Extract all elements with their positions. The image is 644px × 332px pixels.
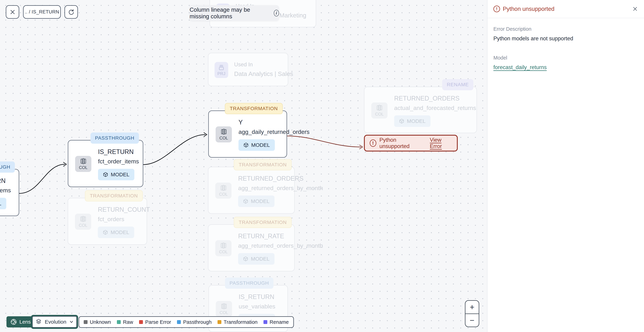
warning-circle-icon: ! <box>370 139 376 147</box>
panel-close-button[interactable] <box>632 6 638 12</box>
node-title: RETURN_RATE <box>238 233 284 240</box>
node-subtitle: fct_order_items <box>98 158 139 165</box>
project-icon: PRJ <box>214 62 228 78</box>
columns-icon: COL <box>75 214 91 230</box>
legend-item-parse-error: Parse Error <box>139 319 171 325</box>
passthrough-badge: PASSTHROUGH <box>225 278 274 289</box>
panel-header: ! Python unsupported <box>488 0 644 18</box>
zoom-in-button[interactable]: + <box>466 301 479 314</box>
legend-swatch <box>84 320 88 324</box>
error-chip-label: Python unsupported <box>380 137 422 149</box>
legend-item-unknown: Unknown <box>84 319 111 325</box>
model-chip: MODEL <box>238 196 274 207</box>
legend-swatch <box>177 320 181 324</box>
node-title: RETURNED_ORDERS <box>238 175 304 182</box>
layers-icon <box>35 319 42 325</box>
close-icon <box>632 6 638 12</box>
model-cube-icon <box>243 199 248 204</box>
columns-icon: COL <box>215 183 232 199</box>
close-icon <box>10 9 16 15</box>
node-subtitle: agg_returned_orders_by_month <box>238 242 323 249</box>
model-cube-icon <box>243 256 248 262</box>
transformation-badge: TRANSFORMATION <box>225 103 283 114</box>
model-chip: MODEL <box>98 169 134 180</box>
node-title: Used In <box>234 61 253 68</box>
node-subtitle: agg_daily_returned_orders <box>238 128 310 135</box>
model-chip: MODEL <box>0 198 6 209</box>
model-chip: MODEL <box>238 253 274 265</box>
lens-legend: Unknown Raw Parse Error Passthrough Tran… <box>78 316 294 328</box>
banner-text: Column lineage may be missing columns <box>190 6 271 20</box>
node-title: IS_RETURN <box>98 148 134 156</box>
legend-item-rename: Rename <box>264 319 289 325</box>
model-link[interactable]: forecast_daily_returns <box>494 64 547 70</box>
model-label: Model <box>494 55 638 61</box>
node-subtitle: Data Analytics | Sales <box>234 70 293 77</box>
node-subtitle: use_variables <box>239 303 275 310</box>
error-description-label: Error Description <box>494 26 638 32</box>
lineage-canvas[interactable]: PASSTHROUGH COL IS_RETURN fct_order_item… <box>0 0 487 332</box>
transformation-badge: TRANSFORMATION <box>234 159 292 170</box>
lens-dropdown-evolution[interactable]: Evolution <box>32 316 77 328</box>
columns-icon: COL <box>371 102 388 118</box>
node-title: RETURN_COUNT <box>98 206 150 213</box>
lineage-node-returned-orders-by-month[interactable]: TRANSFORMATION COL RETURNED_ORDERS agg_r… <box>208 167 295 214</box>
node-subtitle: fct_order_items <box>0 187 11 194</box>
missing-columns-banner: Column lineage may be missing columns i <box>190 5 279 21</box>
columns-icon: COL <box>216 126 232 142</box>
node-title: IS_RETURN <box>0 177 6 185</box>
refresh-icon <box>68 8 75 15</box>
refresh-button[interactable] <box>64 5 78 19</box>
lens-selector-ring: Evolution <box>31 315 78 329</box>
node-title: Y <box>238 119 243 126</box>
legend-swatch <box>139 320 143 324</box>
lineage-node-is-return-upstream[interactable]: PASSTHROUGH COL IS_RETURN fct_order_item… <box>0 169 19 216</box>
columns-icon: COL <box>75 156 92 172</box>
legend-swatch <box>117 320 121 324</box>
lineage-node-used-in-sales[interactable]: PRJ Used In Data Analytics | Sales <box>208 53 288 86</box>
node-subtitle: fct_orders <box>98 216 124 223</box>
lineage-node-actual-and-forecasted-returns[interactable]: RENAME COL RETURNED_ORDERS actual_and_fo… <box>364 87 477 133</box>
passthrough-badge: PASSTHROUGH <box>0 161 15 173</box>
legend-swatch <box>264 320 267 324</box>
node-title: RETURNED_ORDERS <box>394 95 460 102</box>
transformation-badge: TRANSFORMATION <box>85 190 143 201</box>
lineage-node-return-count[interactable]: TRANSFORMATION COL RETURN_COUNT fct_orde… <box>68 198 147 245</box>
lenses-aperture-icon <box>10 319 17 325</box>
columns-icon: COL <box>216 301 232 317</box>
lineage-node-y-agg-daily-returned-orders[interactable]: TRANSFORMATION COL Y agg_daily_returned_… <box>208 110 287 158</box>
legend-item-raw: Raw <box>117 319 133 325</box>
legend-swatch <box>218 320 221 324</box>
lineage-node-is-return-fct-order-items[interactable]: PASSTHROUGH COL IS_RETURN fct_order_item… <box>68 140 143 187</box>
model-chip: MODEL <box>238 139 275 151</box>
transformation-badge: TRANSFORMATION <box>234 217 292 228</box>
warning-circle-icon: ! <box>494 5 500 12</box>
columns-icon: COL <box>215 240 232 256</box>
lineage-node-return-rate[interactable]: TRANSFORMATION COL RETURN_RATE agg_retur… <box>208 224 295 272</box>
breadcrumb[interactable]: .. / IS_RETURN <box>23 5 61 19</box>
zoom-out-button[interactable]: − <box>466 314 479 327</box>
info-icon[interactable]: i <box>274 10 279 16</box>
close-lineage-button[interactable] <box>6 5 19 19</box>
node-title: IS_RETURN <box>239 293 274 301</box>
model-cube-icon <box>244 142 248 148</box>
legend-item-passthrough: Passthrough <box>177 319 212 325</box>
chevron-down-icon <box>69 320 74 324</box>
panel-title: Python unsupported <box>503 5 554 12</box>
model-cube-icon <box>399 118 404 124</box>
node-subtitle: actual_and_forecasted_returns <box>394 105 476 111</box>
view-error-link[interactable]: View Error <box>430 137 452 149</box>
model-cube-icon <box>103 230 108 235</box>
node-subtitle: agg_returned_orders_by_month <box>238 185 323 192</box>
legend-item-transformation: Transformation <box>218 319 258 325</box>
error-detail-panel: ! Python unsupported Error Description P… <box>487 0 644 332</box>
model-cube-icon <box>103 172 108 177</box>
model-chip: MODEL <box>394 115 430 127</box>
rename-badge: RENAME <box>442 79 473 90</box>
panel-body: Error Description Python models are not … <box>488 18 644 78</box>
model-chip: MODEL <box>98 227 134 238</box>
passthrough-badge: PASSTHROUGH <box>90 132 139 144</box>
zoom-controls: + − <box>465 300 479 327</box>
python-unsupported-error-chip[interactable]: ! Python unsupported View Error <box>364 135 458 152</box>
error-description-text: Python models are not supported <box>494 35 638 42</box>
